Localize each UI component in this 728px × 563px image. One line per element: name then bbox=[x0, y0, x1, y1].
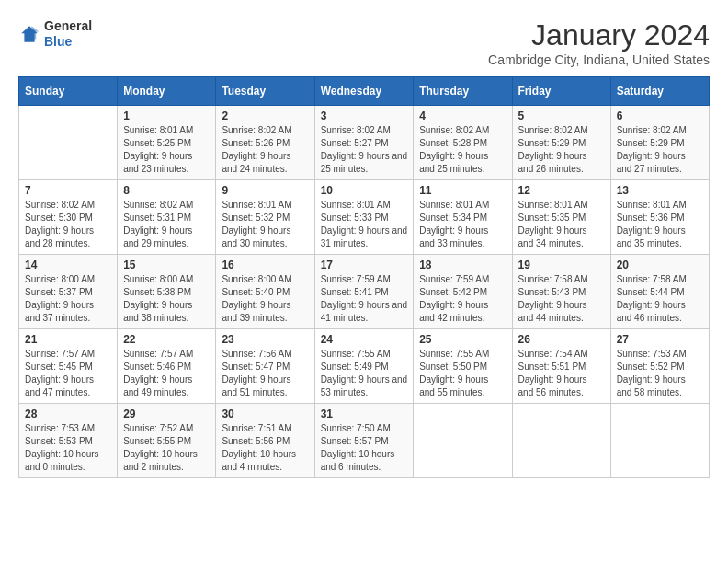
day-number: 24 bbox=[321, 333, 408, 346]
day-info: Sunrise: 8:01 AMSunset: 5:32 PMDaylight:… bbox=[222, 199, 308, 250]
day-number: 31 bbox=[321, 408, 408, 420]
day-number: 20 bbox=[617, 259, 703, 271]
calendar-cell: 18Sunrise: 7:59 AMSunset: 5:42 PMDayligh… bbox=[414, 255, 512, 329]
day-info: Sunrise: 7:53 AMSunset: 5:53 PMDaylight:… bbox=[25, 422, 111, 474]
calendar-week-row: 21Sunrise: 7:57 AMSunset: 5:45 PMDayligh… bbox=[19, 329, 710, 404]
day-number: 13 bbox=[617, 184, 703, 197]
day-number: 17 bbox=[321, 259, 408, 271]
day-number: 2 bbox=[222, 109, 308, 122]
day-number: 26 bbox=[518, 333, 605, 346]
day-info: Sunrise: 8:00 AMSunset: 5:37 PMDaylight:… bbox=[25, 273, 111, 325]
day-info: Sunrise: 8:02 AMSunset: 5:29 PMDaylight:… bbox=[617, 124, 703, 176]
day-number: 27 bbox=[617, 333, 703, 346]
day-info: Sunrise: 7:59 AMSunset: 5:42 PMDaylight:… bbox=[419, 273, 506, 325]
title-section: January 2024 Cambridge City, Indiana, Un… bbox=[488, 18, 710, 67]
calendar-table: SundayMondayTuesdayWednesdayThursdayFrid… bbox=[18, 76, 710, 478]
day-info: Sunrise: 7:54 AMSunset: 5:51 PMDaylight:… bbox=[518, 348, 605, 399]
calendar-cell: 13Sunrise: 8:01 AMSunset: 5:36 PMDayligh… bbox=[610, 180, 709, 255]
day-info: Sunrise: 7:57 AMSunset: 5:46 PMDaylight:… bbox=[123, 348, 210, 399]
header-day: Monday bbox=[118, 77, 216, 106]
logo: General Blue bbox=[18, 18, 92, 50]
day-number: 29 bbox=[123, 408, 210, 420]
logo-icon bbox=[18, 23, 40, 45]
day-info: Sunrise: 8:02 AMSunset: 5:26 PMDaylight:… bbox=[222, 124, 308, 176]
calendar-cell: 12Sunrise: 8:01 AMSunset: 5:35 PMDayligh… bbox=[512, 180, 610, 255]
day-info: Sunrise: 8:02 AMSunset: 5:31 PMDaylight:… bbox=[123, 199, 210, 250]
header-day: Sunday bbox=[19, 77, 118, 106]
day-info: Sunrise: 7:59 AMSunset: 5:41 PMDaylight:… bbox=[321, 273, 408, 325]
calendar-cell: 16Sunrise: 8:00 AMSunset: 5:40 PMDayligh… bbox=[216, 255, 314, 329]
calendar-cell: 7Sunrise: 8:02 AMSunset: 5:30 PMDaylight… bbox=[19, 180, 118, 255]
calendar-cell: 31Sunrise: 7:50 AMSunset: 5:57 PMDayligh… bbox=[314, 404, 414, 478]
calendar-cell: 17Sunrise: 7:59 AMSunset: 5:41 PMDayligh… bbox=[314, 255, 414, 329]
calendar-cell: 9Sunrise: 8:01 AMSunset: 5:32 PMDaylight… bbox=[216, 180, 314, 255]
day-info: Sunrise: 7:58 AMSunset: 5:43 PMDaylight:… bbox=[518, 273, 605, 325]
day-info: Sunrise: 8:02 AMSunset: 5:27 PMDaylight:… bbox=[321, 124, 408, 176]
calendar-cell: 30Sunrise: 7:51 AMSunset: 5:56 PMDayligh… bbox=[216, 404, 314, 478]
calendar-cell: 29Sunrise: 7:52 AMSunset: 5:55 PMDayligh… bbox=[118, 404, 216, 478]
location: Cambridge City, Indiana, United States bbox=[488, 52, 710, 67]
page-header: General Blue January 2024 Cambridge City… bbox=[18, 18, 710, 67]
day-number: 25 bbox=[419, 333, 506, 346]
calendar-cell: 23Sunrise: 7:56 AMSunset: 5:47 PMDayligh… bbox=[216, 329, 314, 404]
calendar-cell: 28Sunrise: 7:53 AMSunset: 5:53 PMDayligh… bbox=[19, 404, 118, 478]
day-number: 5 bbox=[518, 109, 605, 122]
day-number: 11 bbox=[419, 184, 506, 197]
day-info: Sunrise: 7:55 AMSunset: 5:49 PMDaylight:… bbox=[321, 348, 408, 399]
day-number: 14 bbox=[25, 259, 111, 271]
calendar-cell: 24Sunrise: 7:55 AMSunset: 5:49 PMDayligh… bbox=[314, 329, 414, 404]
header-day: Saturday bbox=[610, 77, 709, 106]
calendar-cell: 6Sunrise: 8:02 AMSunset: 5:29 PMDaylight… bbox=[610, 106, 709, 180]
day-info: Sunrise: 8:00 AMSunset: 5:40 PMDaylight:… bbox=[222, 273, 308, 325]
day-info: Sunrise: 8:01 AMSunset: 5:35 PMDaylight:… bbox=[518, 199, 605, 250]
day-number: 10 bbox=[321, 184, 408, 197]
calendar-cell: 19Sunrise: 7:58 AMSunset: 5:43 PMDayligh… bbox=[512, 255, 610, 329]
day-number: 4 bbox=[419, 109, 506, 122]
day-info: Sunrise: 8:01 AMSunset: 5:34 PMDaylight:… bbox=[419, 199, 506, 250]
day-number: 23 bbox=[222, 333, 308, 346]
calendar-cell: 15Sunrise: 8:00 AMSunset: 5:38 PMDayligh… bbox=[118, 255, 216, 329]
day-number: 3 bbox=[321, 109, 408, 122]
header-row: SundayMondayTuesdayWednesdayThursdayFrid… bbox=[19, 77, 710, 106]
header-day: Thursday bbox=[414, 77, 512, 106]
calendar-week-row: 28Sunrise: 7:53 AMSunset: 5:53 PMDayligh… bbox=[19, 404, 710, 478]
calendar-cell bbox=[19, 106, 118, 180]
day-number: 6 bbox=[617, 109, 703, 122]
day-info: Sunrise: 7:52 AMSunset: 5:55 PMDaylight:… bbox=[123, 422, 210, 474]
calendar-cell: 22Sunrise: 7:57 AMSunset: 5:46 PMDayligh… bbox=[118, 329, 216, 404]
calendar-cell: 14Sunrise: 8:00 AMSunset: 5:37 PMDayligh… bbox=[19, 255, 118, 329]
calendar-cell: 8Sunrise: 8:02 AMSunset: 5:31 PMDaylight… bbox=[118, 180, 216, 255]
calendar-cell: 5Sunrise: 8:02 AMSunset: 5:29 PMDaylight… bbox=[512, 106, 610, 180]
logo-text: General Blue bbox=[44, 18, 92, 50]
day-info: Sunrise: 7:50 AMSunset: 5:57 PMDaylight:… bbox=[321, 422, 408, 474]
svg-marker-2 bbox=[31, 26, 39, 39]
month-title: January 2024 bbox=[488, 18, 710, 52]
calendar-cell bbox=[512, 404, 610, 478]
day-info: Sunrise: 8:01 AMSunset: 5:25 PMDaylight:… bbox=[123, 124, 210, 176]
calendar-week-row: 14Sunrise: 8:00 AMSunset: 5:37 PMDayligh… bbox=[19, 255, 710, 329]
day-number: 9 bbox=[222, 184, 308, 197]
calendar-cell: 10Sunrise: 8:01 AMSunset: 5:33 PMDayligh… bbox=[314, 180, 414, 255]
calendar-cell: 25Sunrise: 7:55 AMSunset: 5:50 PMDayligh… bbox=[414, 329, 512, 404]
calendar-cell bbox=[610, 404, 709, 478]
day-info: Sunrise: 7:56 AMSunset: 5:47 PMDaylight:… bbox=[222, 348, 308, 399]
logo-general: General bbox=[44, 18, 92, 34]
day-info: Sunrise: 7:53 AMSunset: 5:52 PMDaylight:… bbox=[617, 348, 703, 399]
calendar-week-row: 7Sunrise: 8:02 AMSunset: 5:30 PMDaylight… bbox=[19, 180, 710, 255]
header-day: Wednesday bbox=[314, 77, 414, 106]
day-info: Sunrise: 7:58 AMSunset: 5:44 PMDaylight:… bbox=[617, 273, 703, 325]
day-number: 19 bbox=[518, 259, 605, 271]
logo-blue: Blue bbox=[44, 34, 92, 50]
day-info: Sunrise: 8:02 AMSunset: 5:29 PMDaylight:… bbox=[518, 124, 605, 176]
header-day: Friday bbox=[512, 77, 610, 106]
day-number: 22 bbox=[123, 333, 210, 346]
calendar-cell: 11Sunrise: 8:01 AMSunset: 5:34 PMDayligh… bbox=[414, 180, 512, 255]
day-number: 12 bbox=[518, 184, 605, 197]
day-number: 16 bbox=[222, 259, 308, 271]
day-info: Sunrise: 8:02 AMSunset: 5:28 PMDaylight:… bbox=[419, 124, 506, 176]
header-day: Tuesday bbox=[216, 77, 314, 106]
day-number: 21 bbox=[25, 333, 111, 346]
calendar-cell: 2Sunrise: 8:02 AMSunset: 5:26 PMDaylight… bbox=[216, 106, 314, 180]
day-number: 15 bbox=[123, 259, 210, 271]
calendar-cell: 21Sunrise: 7:57 AMSunset: 5:45 PMDayligh… bbox=[19, 329, 118, 404]
